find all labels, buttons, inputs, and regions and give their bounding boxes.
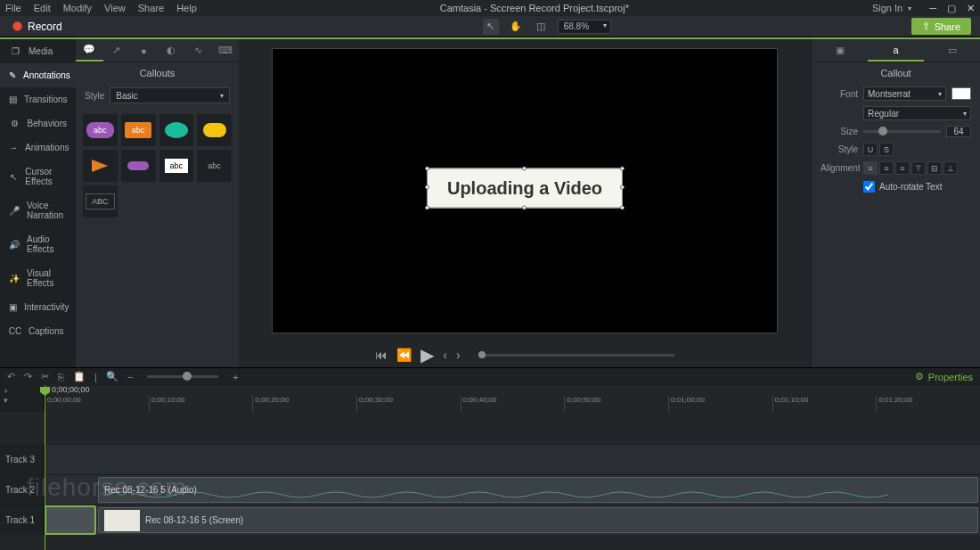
paste-icon[interactable]: 📋 [73, 371, 86, 382]
callout-text-plain[interactable]: abc [197, 150, 232, 182]
callout-selected[interactable]: Uploading a Video [427, 168, 623, 208]
align-left-button[interactable]: ≡ [863, 161, 878, 175]
canvas[interactable]: Uploading a Video [272, 48, 778, 333]
clip-audio[interactable]: Rec 08-12-16 5 (Audio) [98, 477, 978, 503]
maximize-icon[interactable]: ▢ [947, 3, 956, 14]
playback-scrubber[interactable] [478, 354, 674, 357]
callout-thought-teal[interactable] [159, 114, 194, 146]
pointer-tool-icon[interactable]: ↖ [483, 19, 499, 35]
track-label[interactable]: Track 2 [0, 475, 45, 505]
track-content[interactable] [45, 445, 980, 474]
align-bottom-button[interactable]: ⊥ [943, 161, 958, 175]
chevron-down-icon[interactable]: ▾ [908, 4, 911, 12]
signin-link[interactable]: Sign In [872, 3, 902, 13]
font-color-swatch[interactable] [951, 87, 971, 100]
prop-tab-callout-icon[interactable]: ▭ [924, 39, 980, 62]
minus-icon[interactable]: − [127, 372, 133, 382]
sidebar-item-behaviors[interactable]: ⚙Behaviors [0, 111, 76, 135]
callout-text-white[interactable]: abc [159, 150, 194, 182]
plus-icon[interactable]: + [233, 372, 238, 382]
callout-text-box[interactable]: ABC [83, 185, 118, 218]
menu-view[interactable]: View [104, 3, 126, 13]
cut-icon[interactable]: ✂ [41, 371, 49, 382]
menu-modify[interactable]: Modify [63, 3, 92, 13]
size-value[interactable]: 64 [946, 126, 971, 137]
play-icon[interactable]: ▶ [421, 344, 434, 365]
menu-help[interactable]: Help [176, 3, 197, 13]
track-label[interactable]: Track 1 [0, 505, 45, 535]
zoom-out-icon[interactable]: 🔍 [106, 371, 118, 382]
font-select[interactable]: Montserrat▾ [863, 86, 946, 101]
style-select[interactable]: Basic▾ [110, 87, 230, 103]
resize-handle[interactable] [522, 166, 527, 170]
prop-tab-text-icon[interactable]: a [868, 39, 924, 62]
menu-share[interactable]: Share [138, 3, 164, 13]
align-right-button[interactable]: ≡ [895, 161, 910, 175]
zoom-select[interactable]: 68.8% [558, 20, 611, 34]
resize-handle[interactable] [425, 185, 429, 190]
underline-button[interactable]: U [863, 143, 878, 156]
copy-icon[interactable]: ⎘ [58, 372, 64, 382]
resize-handle[interactable] [522, 205, 527, 209]
timeline-zoom-slider[interactable] [147, 375, 218, 378]
track-controls[interactable]: +▾ [0, 385, 45, 412]
menu-edit[interactable]: Edit [34, 3, 51, 13]
resize-handle[interactable] [425, 205, 429, 209]
sidebar-item-animations[interactable]: →Animations [0, 135, 76, 160]
resize-handle[interactable] [425, 166, 429, 170]
align-middle-button[interactable]: ⊟ [927, 161, 942, 175]
callout-cloud-yellow[interactable] [197, 114, 232, 146]
sidebar-item-media[interactable]: ❐Media [0, 39, 76, 63]
minimize-icon[interactable]: ─ [929, 3, 936, 14]
callout-speech-purple[interactable]: abc [83, 114, 118, 146]
track-content[interactable]: Rec 08-12-16 5 (Audio) [45, 475, 980, 505]
callout-arrow-purple[interactable] [121, 150, 156, 182]
align-top-button[interactable]: ⊤ [911, 161, 926, 175]
step-back-icon[interactable]: ⏪ [396, 348, 412, 362]
crop-tool-icon[interactable]: ◫ [533, 19, 549, 35]
timeline-ruler[interactable]: 0;00;00;00 0;00;00;00 0;00;10;00 0;00;20… [45, 385, 980, 412]
sidebar-item-captions[interactable]: CCCaptions [0, 319, 76, 343]
sidebar-item-annotations[interactable]: ✎Annotations [0, 63, 76, 87]
align-center-button[interactable]: ≡ [879, 161, 894, 175]
record-button[interactable]: Record [0, 16, 75, 37]
sidebar-item-interactivity[interactable]: ▣Interactivity [0, 295, 76, 319]
close-icon[interactable]: ✕ [967, 3, 975, 14]
sidebar-item-transitions[interactable]: ▤Transitions [0, 87, 76, 111]
redo-icon[interactable]: ↷ [24, 371, 32, 382]
sidebar-item-cursor-effects[interactable]: ↖Cursor Effects [0, 160, 76, 193]
step-fwd-icon[interactable]: ‹ [443, 348, 447, 362]
tab-arrows-icon[interactable]: ↗ [103, 39, 131, 62]
tab-keystroke-icon[interactable]: ⌨ [212, 39, 240, 62]
split-icon[interactable]: | [94, 372, 97, 382]
clip-callout-selected[interactable] [45, 505, 96, 535]
tab-blur-icon[interactable]: ◐ [158, 39, 185, 62]
track-content[interactable]: Rec 08-12-16 5 (Screen) [45, 505, 980, 535]
callout-speech-orange[interactable]: abc [121, 114, 156, 146]
callout-arrow-orange[interactable] [83, 150, 118, 182]
sidebar-item-audio-effects[interactable]: 🔊Audio Effects [0, 227, 76, 261]
sidebar-item-visual-effects[interactable]: ✨Visual Effects [0, 261, 76, 295]
menu-file[interactable]: File [5, 3, 21, 13]
prop-tab-visual-icon[interactable]: ▣ [812, 39, 868, 62]
hand-tool-icon[interactable]: ✋ [508, 19, 524, 35]
playhead[interactable] [45, 385, 45, 550]
track-label[interactable]: Track 3 [0, 445, 45, 474]
tab-sketch-icon[interactable]: ∿ [184, 39, 212, 62]
tab-callouts-icon[interactable]: 💬 [76, 39, 103, 62]
next-frame-icon[interactable]: › [456, 348, 461, 362]
resize-handle[interactable] [620, 205, 625, 209]
sidebar-item-voice-narration[interactable]: 🎤Voice Narration [0, 193, 76, 227]
resize-handle[interactable] [620, 185, 625, 190]
size-slider[interactable] [863, 130, 941, 133]
strikethrough-button[interactable]: S [879, 143, 894, 156]
weight-select[interactable]: Regular▾ [863, 106, 971, 120]
share-button[interactable]: ⇪ Share [911, 18, 971, 35]
resize-handle[interactable] [620, 166, 625, 170]
autorotate-checkbox[interactable] [863, 181, 875, 193]
clip-screen[interactable]: Rec 08-12-16 5 (Screen) [98, 507, 978, 533]
undo-icon[interactable]: ↶ [7, 371, 15, 382]
properties-button[interactable]: ⚙ Properties [915, 371, 973, 382]
prev-frame-icon[interactable]: ⏮ [375, 348, 388, 362]
tab-shapes-icon[interactable]: ● [130, 39, 158, 62]
